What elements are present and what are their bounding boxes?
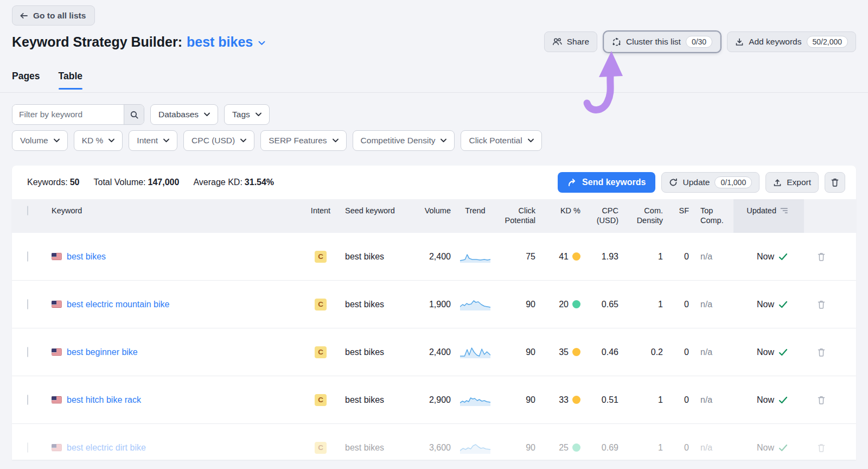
intent-filter-dropdown[interactable]: Intent (129, 130, 177, 151)
cluster-icon (612, 37, 621, 47)
export-button[interactable]: Export (765, 172, 819, 193)
keyword-filter-input[interactable] (12, 105, 124, 124)
kd-value: 41 (559, 252, 569, 262)
table-row: best electric mountain bike C best bikes… (12, 281, 856, 328)
cpc-value: 0.46 (580, 347, 618, 357)
col-top-comp[interactable]: Top Comp. (689, 199, 733, 225)
col-volume[interactable]: Volume (397, 199, 451, 216)
seed-keyword: best bikes (342, 395, 397, 405)
databases-dropdown[interactable]: Databases (150, 104, 218, 125)
sf-value: 0 (663, 395, 689, 405)
search-button[interactable] (124, 105, 144, 124)
view-tabs: Pages Table (12, 71, 82, 90)
cpc-value: 0.69 (580, 443, 618, 453)
volume-value: 3,600 (397, 443, 451, 453)
intent-badge: C (315, 394, 327, 406)
delete-list-button[interactable] (825, 172, 845, 193)
keyword-link[interactable]: best bikes (67, 252, 106, 262)
col-cpc[interactable]: CPC (USD) (580, 199, 618, 225)
volume-value: 2,400 (397, 252, 451, 262)
table-toolbar: Keywords:50 Total Volume:147,000 Average… (12, 166, 856, 199)
col-updated[interactable]: Updated (733, 199, 804, 233)
serp-features-filter-dropdown[interactable]: SERP Features (260, 130, 346, 151)
tab-pages[interactable]: Pages (12, 71, 40, 90)
row-trash-icon[interactable] (817, 300, 826, 309)
volume-filter-dropdown[interactable]: Volume (12, 130, 68, 151)
click-potential-filter-dropdown[interactable]: Click Potential (461, 130, 541, 151)
top-comp-value: n/a (689, 300, 733, 309)
list-chevron-down-icon[interactable] (258, 41, 265, 46)
go-to-all-lists-button[interactable]: Go to all lists (12, 5, 95, 26)
cluster-this-list-button[interactable]: Cluster this list 0/30 (604, 31, 720, 52)
kd-value: 33 (559, 395, 569, 405)
col-intent[interactable]: Intent (299, 199, 342, 216)
updated-value: Now (757, 347, 774, 357)
col-com-density[interactable]: Com. Density (618, 199, 663, 225)
chevron-down-icon (54, 138, 60, 143)
tab-table[interactable]: Table (59, 71, 82, 90)
com-density-value: 1 (618, 443, 663, 453)
col-click-potential[interactable]: Click Potential (500, 199, 535, 225)
chevron-down-icon (108, 138, 114, 143)
send-keywords-button[interactable]: Send keywords (558, 172, 655, 193)
sf-value: 0 (663, 252, 689, 262)
trend-sparkline (451, 250, 500, 263)
keyword-strategy-builder-page: Go to all lists Keyword Strategy Builder… (0, 0, 868, 469)
keywords-table-card: Keywords:50 Total Volume:147,000 Average… (12, 166, 856, 460)
row-trash-icon[interactable] (817, 443, 826, 453)
keyword-link[interactable]: best hitch bike rack (67, 395, 141, 405)
keyword-link[interactable]: best beginner bike (67, 347, 138, 357)
sf-value: 0 (663, 347, 689, 357)
check-icon (778, 444, 788, 452)
kd-value: 20 (559, 300, 569, 309)
tags-dropdown[interactable]: Tags (224, 104, 270, 125)
total-volume: Total Volume:147,000 (94, 178, 180, 187)
chevron-down-icon (528, 138, 534, 143)
click-potential-value: 90 (500, 395, 535, 405)
us-flag-icon (52, 444, 62, 451)
col-kd[interactable]: KD % (535, 199, 580, 216)
intent-badge: C (315, 442, 327, 454)
col-keyword[interactable]: Keyword (48, 199, 299, 216)
share-button[interactable]: Share (544, 31, 597, 52)
row-checkbox[interactable] (27, 251, 28, 262)
top-comp-value: n/a (689, 347, 733, 357)
row-checkbox[interactable] (27, 299, 28, 309)
row-trash-icon[interactable] (817, 347, 826, 357)
kd-filter-dropdown[interactable]: KD % (74, 130, 123, 151)
keyword-link[interactable]: best electric mountain bike (67, 300, 169, 309)
download-tray-icon (735, 38, 744, 46)
kd-level-dot (572, 348, 580, 356)
top-comp-value: n/a (689, 443, 733, 453)
title-row: Keyword Strategy Builder: best bikes Sha… (12, 31, 856, 52)
col-seed-keyword[interactable]: Seed keyword (342, 199, 397, 216)
select-all-checkbox[interactable] (27, 206, 28, 216)
kd-value: 35 (559, 347, 569, 357)
check-icon (778, 301, 788, 308)
check-icon (778, 253, 788, 261)
row-checkbox[interactable] (27, 395, 28, 405)
search-icon (130, 110, 139, 119)
table-row: best hitch bike rack C best bikes 2,900 … (12, 376, 856, 424)
table-row: best beginner bike C best bikes 2,400 90… (12, 328, 856, 376)
row-trash-icon[interactable] (817, 252, 826, 262)
table-row: best electric dirt bike C best bikes 3,6… (12, 424, 856, 460)
cpc-filter-dropdown[interactable]: CPC (USD) (183, 130, 254, 151)
row-trash-icon[interactable] (817, 395, 826, 405)
intent-badge: C (315, 251, 327, 263)
row-checkbox[interactable] (27, 347, 28, 357)
intent-badge: C (315, 299, 327, 310)
us-flag-icon (52, 301, 62, 308)
click-potential-value: 75 (500, 252, 535, 262)
list-name[interactable]: best bikes (187, 34, 253, 50)
col-sf[interactable]: SF (663, 199, 689, 216)
row-checkbox[interactable] (27, 442, 28, 453)
competitive-density-filter-dropdown[interactable]: Competitive Density (353, 130, 455, 151)
com-density-value: 0.2 (618, 347, 663, 357)
click-potential-value: 90 (500, 347, 535, 357)
update-button[interactable]: Update 0/1,000 (661, 172, 760, 193)
table-row: best bikes C best bikes 2,400 75 41 1.93… (12, 233, 856, 281)
keyword-link[interactable]: best electric dirt bike (67, 443, 146, 453)
col-trend[interactable]: Trend (451, 199, 500, 216)
add-keywords-button[interactable]: Add keywords 50/2,000 (727, 31, 856, 52)
